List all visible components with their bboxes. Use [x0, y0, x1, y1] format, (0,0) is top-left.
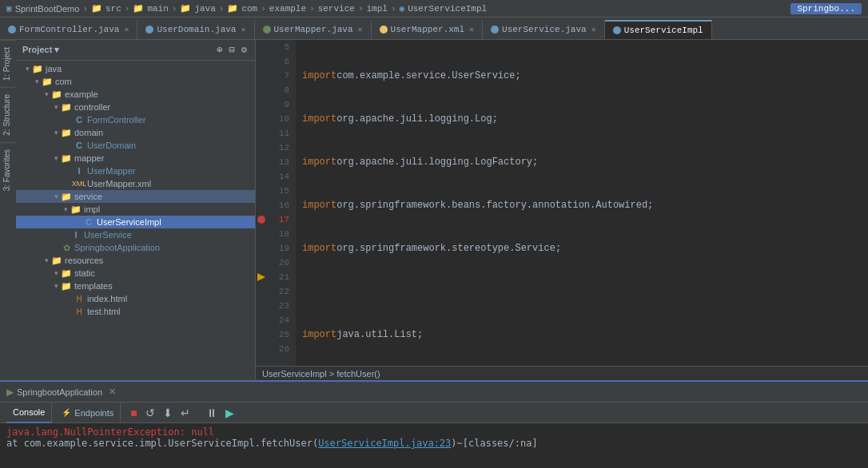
folder-icon: 📁: [61, 268, 72, 279]
tree-item-com[interactable]: ▾ 📁 com: [16, 75, 255, 88]
tab-close-icon[interactable]: ✕: [469, 25, 474, 34]
editor-tabs: FormController.java ✕ UserDomain.java ✕ …: [0, 18, 868, 40]
code-line-8: import org.springframework.beans.factory…: [302, 198, 868, 212]
tree-item-springbootapp[interactable]: ▸ ✿ SpringbootApplication: [16, 241, 255, 254]
tree-item-impl[interactable]: ▾ 📁 impl: [16, 203, 255, 216]
java-icon: I: [74, 230, 77, 240]
settings-icon[interactable]: ⚙: [240, 43, 249, 57]
bp-cell: [256, 184, 267, 198]
main-area: 1: Project 2: Structure 3: Favorites Pro…: [0, 40, 868, 380]
tree-item-userservice[interactable]: ▸ I UserService: [16, 228, 255, 241]
error-link[interactable]: UserServiceImpl.java:23: [318, 438, 451, 449]
bp-cell: [256, 54, 267, 69]
tree-label: UserMapper.xml: [87, 179, 151, 188]
code-line-7: import org.apache.juli.logging.LogFactor…: [302, 155, 868, 169]
console-tab-label: Console: [13, 407, 45, 417]
tree-item-userdomain[interactable]: ▸ C UserDomain: [16, 139, 255, 152]
code-content[interactable]: import com.example.service.UserService; …: [296, 40, 868, 366]
run-close-icon[interactable]: ✕: [109, 387, 116, 397]
bottom-panel: ▶ SpringbootApplication ✕ Console ⚡ Endp…: [0, 380, 868, 468]
folder-icon: 📁: [61, 102, 72, 113]
sidebar-tab-favorites[interactable]: 3: Favorites: [0, 142, 16, 197]
tree-label: SpringbootApplication: [74, 243, 160, 252]
tab-close-icon[interactable]: ✕: [358, 25, 363, 34]
line-num: 23: [270, 299, 289, 313]
line-num: 17: [270, 212, 289, 227]
stop-button[interactable]: ■: [127, 405, 140, 421]
pause-button[interactable]: ⏸: [203, 405, 221, 421]
run-label: ▶ SpringbootApplication ✕: [0, 382, 122, 403]
code-editor: 5 6 7 8 9 10 11 12 13 14 15 16 17 18 19 …: [256, 40, 868, 380]
tree-label: UserServiceImpl: [97, 217, 161, 227]
tab-userservice[interactable]: UserService.java ✕: [483, 20, 605, 39]
sidebar-tab-project[interactable]: 1: Project: [0, 40, 16, 87]
tree-item-index-html[interactable]: ▸ H index.html: [16, 292, 255, 305]
sidebar-header: Project ▾ ⊕ ⊟ ⚙: [16, 40, 255, 61]
bp-cell-17[interactable]: [256, 212, 267, 227]
tree-label: static: [74, 268, 95, 278]
tree-label: test.html: [87, 307, 121, 316]
sync-icon[interactable]: ⊕: [215, 43, 224, 57]
bp-cell: [256, 40, 267, 54]
sidebar-tab-structure[interactable]: 2: Structure: [0, 87, 16, 142]
rerun-button[interactable]: ↺: [142, 405, 158, 421]
html-icon: H: [76, 307, 82, 316]
tab-close-icon[interactable]: ✕: [124, 25, 129, 34]
springboot-button[interactable]: Springbo...: [790, 3, 862, 14]
tree-item-userserviceimpl[interactable]: ▸ C UserServiceImpl: [16, 216, 255, 228]
java-icon: C: [76, 115, 82, 125]
xml-icon: XML: [72, 180, 87, 188]
scroll-end-button[interactable]: ⬇: [160, 405, 176, 421]
tree-label: UserMapper: [87, 166, 136, 176]
line-num: 20: [270, 256, 289, 270]
error-text-1: java.lang.NullPointerException: null: [6, 426, 214, 438]
tree-label: impl: [84, 204, 100, 214]
tab-close-icon[interactable]: ✕: [591, 25, 596, 34]
tree-item-resources[interactable]: ▾ 📁 resources: [16, 254, 255, 267]
tree-item-mapper[interactable]: ▾ 📁 mapper: [16, 152, 255, 165]
tree-item-usermapper[interactable]: ▸ I UserMapper: [16, 165, 255, 177]
soft-wrap-button[interactable]: ↵: [177, 405, 193, 421]
endpoints-icon: ⚡: [62, 408, 71, 417]
tree-item-static[interactable]: ▾ 📁 static: [16, 267, 255, 280]
endpoints-tab[interactable]: ⚡ Endpoints: [55, 403, 121, 423]
line-num: 26: [270, 342, 289, 356]
tab-formcontroller[interactable]: FormController.java ✕: [0, 20, 137, 39]
tree-item-formcontroller[interactable]: ▸ C FormController: [16, 113, 255, 126]
tab-userserviceimpl[interactable]: UserServiceImpl: [605, 20, 712, 39]
line-num: 14: [270, 169, 289, 184]
tree-item-templates[interactable]: ▾ 📁 templates: [16, 280, 255, 292]
tab-usermapper[interactable]: UserMapper.java ✕: [255, 20, 372, 39]
tab-usermapper-xml[interactable]: UserMapper.xml ✕: [372, 20, 483, 39]
tree-item-service[interactable]: ▾ 📁 service: [16, 190, 255, 203]
tree-item-controller[interactable]: ▾ 📁 controller: [16, 101, 255, 113]
project-sidebar: Project ▾ ⊕ ⊟ ⚙ ▾ 📁 java ▾ 📁 com: [16, 40, 256, 380]
bp-cell: [256, 284, 267, 299]
java-icon: I: [78, 166, 80, 176]
line-num: 5: [270, 40, 289, 54]
error-prefix: at com.example.service.impl.UserServiceI…: [6, 438, 318, 449]
line-num: 9: [270, 97, 289, 112]
bp-cell: [256, 198, 267, 212]
console-controls: ■ ↺ ⬇ ↵: [127, 405, 193, 421]
tab-userdomain[interactable]: UserDomain.java ✕: [137, 20, 254, 39]
tree-label: FormController: [87, 115, 145, 125]
tree-item-domain[interactable]: ▾ 📁 domain: [16, 126, 255, 139]
tree-item-usermapper-xml[interactable]: ▸ XML UserMapper.xml: [16, 177, 255, 190]
bp-cell: [256, 342, 267, 356]
tree-item-test-html[interactable]: ▸ H test.html: [16, 305, 255, 318]
console-tab[interactable]: Console: [6, 403, 52, 423]
collapse-icon[interactable]: ⊟: [228, 43, 237, 57]
code-line-10: [302, 284, 868, 299]
tree-label: UserDomain: [87, 141, 136, 150]
line-num: 12: [270, 141, 289, 155]
tree-label: com: [55, 77, 72, 86]
tab-icon: [613, 26, 621, 34]
tree-item-example[interactable]: ▾ 📁 example: [16, 88, 255, 101]
resume-button[interactable]: ▶: [222, 405, 237, 421]
tree-item-java[interactable]: ▾ 📁 java: [16, 62, 255, 75]
line-num: 13: [270, 155, 289, 169]
bp-cell-21[interactable]: [256, 270, 267, 284]
tab-close-icon[interactable]: ✕: [241, 25, 245, 34]
line-num: 22: [270, 284, 289, 299]
